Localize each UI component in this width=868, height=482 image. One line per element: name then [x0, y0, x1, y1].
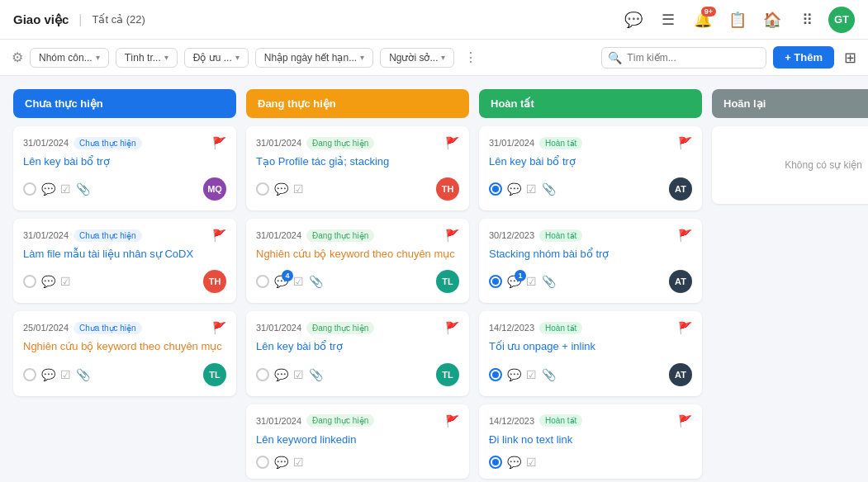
card-flag-icon[interactable]: 🚩 — [445, 229, 459, 242]
comment-wrap[interactable]: 💬 — [41, 368, 55, 381]
filter-tinh-label: Tình tr... — [125, 52, 161, 64]
card-check[interactable] — [256, 368, 269, 381]
clipboard-icon: 📋 — [728, 11, 747, 29]
card-flag-icon[interactable]: 🚩 — [212, 321, 226, 334]
list-icon-wrap[interactable]: ☰ — [655, 7, 681, 33]
checklist-icon[interactable]: ☑ — [60, 275, 71, 288]
attach-icon[interactable]: 📎 — [76, 182, 90, 196]
card-flag-icon[interactable]: 🚩 — [212, 229, 226, 242]
comment-icon: 💬 — [507, 182, 521, 196]
comment-wrap[interactable]: 💬 — [274, 368, 288, 381]
comment-icon: 💬 — [274, 182, 288, 196]
card-avatar: TL — [436, 270, 459, 293]
card-check[interactable] — [489, 456, 502, 469]
card-flag-icon[interactable]: 🚩 — [678, 229, 692, 242]
filter-tinh[interactable]: Tình tr... ▾ — [116, 48, 178, 68]
card-check[interactable] — [489, 182, 502, 196]
card-check[interactable] — [489, 275, 502, 288]
card-check[interactable] — [23, 275, 36, 288]
card-check[interactable] — [256, 182, 269, 196]
search-input[interactable] — [601, 47, 766, 69]
card-title[interactable]: Lên key bài bổ trợ — [489, 154, 692, 169]
card-title[interactable]: Lên key bài bổ trợ — [256, 339, 459, 354]
apps-icon-wrap[interactable]: ⠿ — [794, 7, 820, 33]
attach-icon[interactable]: 📎 — [309, 368, 323, 381]
card-check[interactable] — [23, 182, 36, 196]
comment-wrap[interactable]: 💬 — [41, 275, 55, 288]
card-avatar: TH — [436, 177, 459, 201]
col-header-hoan-tat: Hoàn tất — [479, 89, 702, 118]
filter-do-uu[interactable]: Độ ưu ... ▾ — [184, 48, 249, 68]
home-icon: 🏠 — [763, 11, 781, 29]
comment-wrap[interactable]: 💬 — [41, 182, 55, 196]
checklist-icon[interactable]: ☑ — [293, 456, 304, 469]
checklist-icon[interactable]: ☑ — [60, 182, 71, 196]
search-icon: 🔍 — [608, 51, 622, 64]
checklist-icon[interactable]: ☑ — [293, 275, 304, 288]
more-options-icon[interactable]: ⋮ — [461, 50, 481, 65]
attach-icon[interactable]: 📎 — [309, 275, 323, 288]
card-title[interactable]: Nghiên cứu bộ keyword theo chuyên mục — [23, 339, 226, 354]
card-date: 25/01/2024 — [23, 323, 69, 333]
card-title[interactable]: Tạo Profile tác giả; stacking — [256, 154, 459, 169]
clipboard-icon-wrap[interactable]: 📋 — [724, 7, 751, 33]
attach-icon[interactable]: 📎 — [542, 182, 556, 196]
card-avatar: AT — [669, 363, 692, 386]
card-title[interactable]: Stacking nhóm bài bổ trợ — [489, 247, 692, 262]
card-title[interactable]: Lên key bài bổ trợ — [23, 154, 226, 169]
card-check[interactable] — [256, 275, 269, 288]
task-card: 31/01/2024Chưa thực hiện🚩Lên key bài bổ … — [13, 126, 236, 210]
card-status-badge: Hoàn tất — [539, 322, 582, 334]
card-check[interactable] — [23, 368, 36, 381]
home-icon-wrap[interactable]: 🏠 — [759, 7, 785, 33]
card-title[interactable]: Làm file mẫu tài liệu nhân sự CoDX — [23, 247, 226, 262]
card-actions: 💬1☑📎AT — [489, 270, 692, 293]
board-view-icon[interactable]: ⊞ — [844, 49, 856, 67]
card-flag-icon[interactable]: 🚩 — [678, 321, 692, 334]
comment-icon: 💬 — [41, 368, 55, 381]
card-title[interactable]: Tối ưu onpage + inlink — [489, 339, 692, 354]
chevron-down-icon: ▾ — [441, 53, 445, 62]
checklist-icon[interactable]: ☑ — [526, 275, 537, 288]
card-actions: 💬☑TH — [23, 270, 226, 293]
card-title[interactable]: Lên keyword linkedin — [256, 432, 459, 447]
card-check[interactable] — [489, 368, 502, 381]
filter-nguoi[interactable]: Người sở... ▾ — [380, 48, 454, 68]
checklist-icon[interactable]: ☑ — [293, 368, 304, 381]
attach-icon[interactable]: 📎 — [542, 368, 556, 381]
comment-wrap[interactable]: 💬 — [274, 182, 288, 196]
comment-wrap[interactable]: 💬4 — [274, 275, 288, 288]
filter-ngay[interactable]: Nhập ngày hết hạn... ▾ — [255, 48, 373, 68]
filter-nhom[interactable]: Nhóm côn... ▾ — [30, 48, 109, 68]
checklist-icon[interactable]: ☑ — [526, 368, 537, 381]
card-flag-icon[interactable]: 🚩 — [445, 414, 459, 428]
comment-wrap[interactable]: 💬 — [507, 182, 521, 196]
card-meta: 14/12/2023Hoàn tất🚩 — [489, 321, 692, 334]
comment-wrap[interactable]: 💬 — [507, 368, 521, 381]
card-status-badge: Hoàn tất — [539, 414, 582, 427]
card-title[interactable]: Đi link no text link — [489, 432, 692, 447]
checklist-icon[interactable]: ☑ — [526, 456, 537, 469]
card-meta: 31/01/2024Đang thực hiện🚩 — [256, 136, 459, 149]
chat-icon-wrap[interactable]: 💬 — [620, 7, 647, 33]
card-flag-icon[interactable]: 🚩 — [678, 414, 692, 428]
add-button[interactable]: + Thêm — [773, 46, 834, 69]
checklist-icon[interactable]: ☑ — [526, 182, 537, 196]
attach-icon[interactable]: 📎 — [76, 368, 90, 381]
checklist-icon[interactable]: ☑ — [60, 368, 71, 381]
card-flag-icon[interactable]: 🚩 — [445, 136, 459, 149]
checklist-icon[interactable]: ☑ — [293, 182, 304, 196]
card-flag-icon[interactable]: 🚩 — [445, 321, 459, 334]
card-title[interactable]: Nghiên cứu bộ keyword theo chuyên mục — [256, 247, 459, 262]
card-flag-icon[interactable]: 🚩 — [678, 136, 692, 149]
attach-icon[interactable]: 📎 — [542, 275, 556, 288]
comment-wrap[interactable]: 💬 — [274, 456, 288, 469]
comment-wrap[interactable]: 💬 — [507, 456, 521, 469]
card-flag-icon[interactable]: 🚩 — [212, 136, 226, 149]
add-button-label: + Thêm — [785, 51, 823, 64]
card-check[interactable] — [256, 456, 269, 469]
user-avatar[interactable]: GT — [828, 7, 855, 33]
comment-wrap[interactable]: 💬1 — [507, 275, 521, 288]
filter-group-icon[interactable]: ⚙ — [12, 50, 23, 65]
bell-icon-wrap[interactable]: 🔔 9+ — [690, 7, 716, 33]
